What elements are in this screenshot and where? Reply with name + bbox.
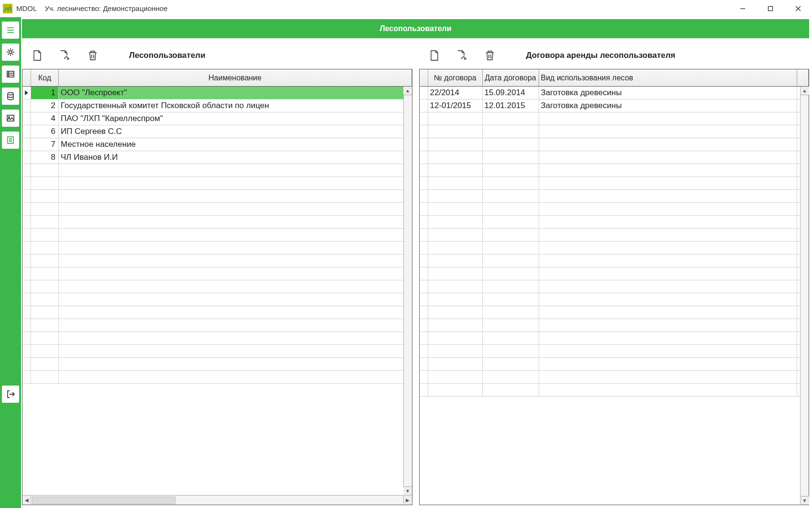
cell-name: [59, 216, 412, 228]
table-row[interactable]: 6ИП Сергеев С.С: [22, 125, 412, 138]
col-contract-no[interactable]: № договора: [428, 69, 483, 86]
table-row[interactable]: [420, 125, 809, 138]
cell-contract-date: [483, 293, 539, 306]
table-row[interactable]: [22, 177, 412, 190]
table-row[interactable]: [420, 177, 809, 190]
table-row[interactable]: [22, 332, 412, 345]
cell-name: [59, 358, 412, 370]
delete-button[interactable]: [481, 47, 498, 64]
row-indicator: [22, 125, 31, 138]
cell-contract-no: [428, 267, 483, 280]
list-button[interactable]: [2, 66, 19, 83]
scroll-down-icon[interactable]: ▼: [801, 496, 809, 505]
table-row[interactable]: [420, 332, 809, 345]
row-indicator: [22, 358, 31, 370]
title-text: MDOL Уч. лесничество: Демонстрационное: [16, 4, 168, 12]
table-row[interactable]: 4ПАО "ЛХП "Кареллеспром": [22, 112, 412, 125]
new-button[interactable]: [29, 47, 46, 64]
table-row[interactable]: [420, 151, 809, 164]
col-indicator[interactable]: [420, 69, 428, 86]
right-grid[interactable]: № договора Дата договора Вид использован…: [419, 69, 810, 505]
left-vscroll[interactable]: ▲ ▼: [403, 87, 412, 495]
table-row[interactable]: [22, 164, 412, 177]
col-name[interactable]: Наименование: [59, 69, 412, 86]
table-row[interactable]: [420, 164, 809, 177]
scroll-up-icon[interactable]: ▲: [801, 87, 809, 95]
col-extra[interactable]: [797, 69, 809, 86]
edit-button[interactable]: [56, 47, 74, 64]
settings-button[interactable]: [2, 44, 19, 61]
table-row[interactable]: [420, 229, 809, 242]
cell-contract-no: [428, 371, 483, 383]
col-indicator[interactable]: [22, 69, 31, 86]
table-row[interactable]: [420, 203, 809, 216]
table-row[interactable]: [22, 345, 412, 358]
table-row[interactable]: [22, 306, 412, 319]
table-row[interactable]: [22, 358, 412, 371]
app-icon: [3, 4, 12, 13]
table-row[interactable]: [420, 319, 809, 332]
scroll-left-icon[interactable]: ◀: [22, 496, 31, 505]
minimize-button[interactable]: [729, 0, 757, 17]
left-grid[interactable]: Код Наименование 1ООО "Леспроект"2Госуда…: [22, 69, 412, 505]
col-contract-date[interactable]: Дата договора: [483, 69, 539, 86]
table-row[interactable]: [22, 203, 412, 216]
col-code[interactable]: Код: [31, 69, 59, 86]
database-button[interactable]: [2, 88, 19, 105]
table-row[interactable]: [22, 216, 412, 229]
left-hscroll[interactable]: ◀ ▶: [22, 495, 412, 505]
maximize-button[interactable]: [757, 0, 784, 17]
table-row[interactable]: [22, 267, 412, 280]
table-row[interactable]: [420, 384, 809, 397]
table-row[interactable]: [420, 216, 809, 229]
right-vscroll[interactable]: ▲ ▼: [800, 87, 809, 505]
table-row[interactable]: [420, 254, 809, 267]
table-row[interactable]: [420, 242, 809, 254]
table-row[interactable]: [22, 293, 412, 306]
image-button[interactable]: [2, 110, 19, 127]
cell-contract-date: [483, 229, 539, 241]
table-row[interactable]: 12-01/201512.01.2015Заготовка древесины: [420, 99, 809, 112]
edit-button[interactable]: [454, 47, 471, 64]
table-row[interactable]: 2Государственный комитет Псковской облас…: [22, 99, 412, 112]
table-row[interactable]: [420, 306, 809, 319]
scroll-up-icon[interactable]: ▲: [403, 87, 412, 95]
table-row[interactable]: [420, 190, 809, 203]
col-usage-type[interactable]: Вид использования лесов: [539, 69, 798, 86]
cell-contract-no: [428, 112, 483, 125]
cell-usage-type: [539, 125, 798, 138]
table-row[interactable]: [420, 293, 809, 306]
table-row[interactable]: 7Местное население: [22, 138, 412, 151]
scroll-down-icon[interactable]: ▼: [403, 486, 412, 495]
cell-name: ООО "Леспроект": [59, 87, 412, 99]
table-row[interactable]: [420, 267, 809, 280]
table-row[interactable]: [22, 254, 412, 267]
menu-button[interactable]: [2, 22, 19, 39]
table-row[interactable]: [420, 358, 809, 371]
table-row[interactable]: [22, 242, 412, 254]
table-row[interactable]: [420, 345, 809, 358]
delete-button[interactable]: [84, 47, 101, 64]
table-row[interactable]: 1ООО "Леспроект": [22, 87, 412, 99]
table-row[interactable]: [420, 112, 809, 125]
cell-usage-type: [539, 358, 798, 370]
scroll-right-icon[interactable]: ▶: [403, 496, 412, 505]
cell-usage-type: [539, 151, 798, 164]
scroll-thumb[interactable]: [32, 497, 175, 504]
table-row[interactable]: [22, 319, 412, 332]
exit-button[interactable]: [2, 386, 19, 403]
table-row[interactable]: [22, 190, 412, 203]
cell-contract-no: [428, 319, 483, 331]
new-button[interactable]: [426, 47, 443, 64]
table-row[interactable]: 8ЧЛ Иванов И.И: [22, 151, 412, 164]
table-row[interactable]: 22/201415.09.2014Заготовка древесины: [420, 87, 809, 99]
document-button[interactable]: [2, 132, 19, 149]
table-row[interactable]: [420, 371, 809, 384]
table-row[interactable]: [420, 138, 809, 151]
table-row[interactable]: [22, 280, 412, 293]
close-button[interactable]: [784, 0, 812, 17]
table-row[interactable]: [22, 371, 412, 384]
table-row[interactable]: [420, 280, 809, 293]
table-row[interactable]: [22, 229, 412, 242]
row-indicator: [420, 151, 428, 164]
